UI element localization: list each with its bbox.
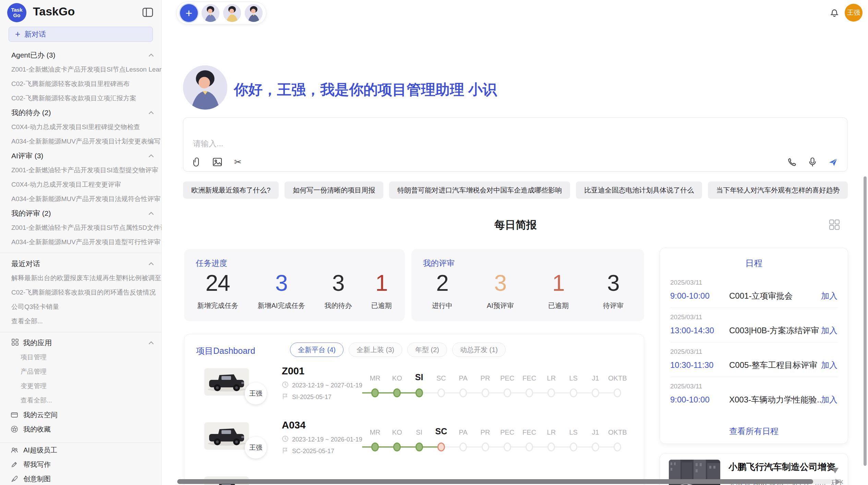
schedule-panel: 日程 2025/03/119:00-10:00C001-立项审批会加入2025/… (660, 248, 848, 444)
user-avatar[interactable]: 王强 (845, 4, 863, 22)
milestone-node-done[interactable] (393, 388, 401, 397)
join-meeting-link[interactable]: 加入 (821, 325, 837, 336)
sidebar-item[interactable]: C02-飞腾新能源轻客改款项目里程碑画布 (0, 77, 161, 91)
milestone-node-pending[interactable] (526, 388, 533, 397)
milestone-node-pending[interactable] (570, 388, 577, 397)
sidebar-item-cloud[interactable]: 我的云空间 (0, 408, 161, 422)
phone-icon[interactable] (787, 157, 797, 167)
paperclip-icon[interactable] (192, 157, 202, 167)
dashboard-tab[interactable]: 动总开发 (1) (452, 343, 506, 357)
news-title: 小鹏飞行汽车制造公司增资 (728, 461, 841, 473)
user-initials: 王强 (847, 8, 860, 17)
suggestion-chip[interactable]: 特朗普可能对进口汽车增税会对中国车企造成哪些影响 (389, 182, 570, 199)
project-row[interactable]: 王强Z0012023-12-19 ~ 2027-01-19SI-2025-05-… (184, 363, 644, 418)
scissors-icon[interactable]: ✂ (233, 157, 243, 167)
section-title: 我的评审 (2) (11, 209, 148, 218)
layout-grid-icon[interactable] (828, 219, 841, 231)
sidebar-item-star[interactable]: 我的收藏 (0, 422, 161, 436)
suggestion-chip[interactable]: 欧洲新规最近颁布了什么? (183, 182, 279, 199)
sidebar-item[interactable]: C0X4-动力总成开发项目SI里程碑提交物检查 (0, 120, 161, 134)
milestone-node-pending[interactable] (482, 443, 489, 451)
milestone-node-pending[interactable] (614, 443, 621, 451)
dashboard-tab[interactable]: 全新上装 (3) (349, 343, 402, 357)
milestone-node-overdue[interactable] (437, 443, 445, 451)
sidebar-item[interactable]: A034-全新新能源MUV产品开发项目法规符合性评审 (0, 192, 161, 206)
scroll-right-arrow-icon[interactable] (835, 479, 841, 485)
view-all-schedule-link[interactable]: 查看所有日程 (660, 426, 848, 437)
sidebar-item-brush[interactable]: 创意制图 (0, 472, 161, 485)
join-meeting-link[interactable]: 加入 (821, 290, 837, 301)
sidebar-item[interactable]: Z001-全新燃油轻卡产品开发项目SI造型提交物评审 (0, 163, 161, 177)
sidebar-item[interactable]: C02-飞腾新能源轻客改款项目的闭环通告反馈情况 (0, 285, 161, 300)
milestone-node-pending[interactable] (526, 443, 533, 451)
panel-collapse-icon[interactable] (142, 8, 153, 17)
milestone-node-done[interactable] (415, 388, 423, 397)
vertical-scrollbar-thumb[interactable] (864, 176, 867, 466)
sidebar-item[interactable]: C0X4-动力总成开发项目工程变更评审 (0, 177, 161, 192)
suggestion-chip[interactable]: 当下年轻人对汽车外观有怎样的喜好趋势 (708, 182, 848, 199)
agent-avatar-3[interactable] (245, 4, 263, 22)
sidebar-section-group-2[interactable]: AI评审 (3) (0, 149, 161, 163)
sidebar-section-group-3[interactable]: 我的评审 (2) (0, 206, 161, 221)
sidebar-item[interactable]: 查看全部... (0, 393, 161, 408)
stat: 3我的待办 (325, 272, 352, 310)
suggestion-chips: 欧洲新规最近颁布了什么?如何写一份清晰的项目周报特朗普可能对进口汽车增税会对中国… (183, 182, 848, 199)
sidebar-item[interactable]: 变更管理 (0, 379, 161, 393)
new-chat-button[interactable]: + 新对话 (9, 27, 153, 42)
milestone-node-pending[interactable] (547, 443, 555, 451)
milestone-node-pending[interactable] (547, 388, 555, 397)
milestone-node-pending[interactable] (592, 443, 599, 451)
scroll-down-arrow-icon[interactable] (832, 468, 839, 473)
sidebar-item[interactable]: 公司Q3轻卡销量 (0, 300, 161, 314)
briefing-title: 每日简报 (183, 218, 848, 232)
sidebar-item[interactable]: A034-全新新能源MUV产品开发项目计划变更表编写 (0, 134, 161, 149)
milestone-node-pending[interactable] (482, 388, 489, 397)
send-icon[interactable] (828, 157, 838, 167)
image-icon[interactable] (212, 157, 222, 167)
milestone-node-pending[interactable] (459, 388, 467, 397)
sidebar-item[interactable]: Z001-全新燃油皮卡产品开发项目SI节点Lesson Learn报告 (0, 62, 161, 77)
sidebar-item[interactable]: A034-全新新能源MUV产品开发项目造型可行性评审 (0, 235, 161, 249)
sidebar-section-group-0[interactable]: Agent已办 (3) (0, 48, 161, 62)
mic-icon[interactable] (807, 157, 818, 167)
milestone-node-pending[interactable] (437, 388, 445, 397)
milestone-node-done[interactable] (393, 443, 401, 451)
horizontal-scrollbar-thumb[interactable] (177, 479, 813, 484)
agent-avatar-2[interactable] (223, 4, 241, 22)
sidebar-section-group-1[interactable]: 我的待办 (2) (0, 105, 161, 120)
milestone-node-done[interactable] (371, 443, 379, 451)
milestone-node-pending[interactable] (459, 443, 467, 451)
sidebar-item-people[interactable]: AI超级员工 (0, 443, 161, 457)
stat-label: 进行中 (432, 301, 453, 310)
suggestion-chip[interactable]: 如何写一份清晰的项目周报 (285, 182, 383, 199)
sidebar-section-recent[interactable]: 最近对话 (0, 257, 161, 271)
bell-icon[interactable] (829, 7, 840, 18)
sidebar-section-my-apps[interactable]: 我的应用 (0, 336, 161, 350)
milestone-node-done[interactable] (415, 443, 423, 451)
sidebar-item[interactable]: C02-飞腾新能源轻客改款项目立项汇报方案 (0, 91, 161, 105)
stat: 2进行中 (432, 272, 453, 310)
suggestion-chip[interactable]: 比亚迪全固态电池计划具体说了什么 (576, 182, 702, 199)
sidebar-item[interactable]: 解释最新出台的欧盟报废车法规再生塑料比例被调至15%... (0, 271, 161, 285)
milestone-node-pending[interactable] (592, 388, 599, 397)
sidebar-item[interactable]: 查看全部... (0, 314, 161, 328)
add-agent-button[interactable]: + (180, 4, 198, 22)
car-image (204, 368, 249, 396)
sidebar-item[interactable]: Z001-全新燃油轻卡产品开发项目SI节点属性5D文件评审 (0, 221, 161, 235)
milestone-node-done[interactable] (371, 388, 379, 397)
sidebar-item[interactable]: 产品管理 (0, 364, 161, 379)
dashboard-tab[interactable]: 全新平台 (4) (290, 343, 343, 357)
milestone-node-pending[interactable] (614, 388, 621, 397)
agent-avatar-1[interactable] (202, 4, 219, 22)
dashboard-tab[interactable]: 年型 (2) (407, 343, 447, 357)
project-dates: 2023-12-19 ~ 2026-01-19 (282, 435, 362, 444)
sidebar-item-pen[interactable]: 帮我写作 (0, 457, 161, 472)
join-meeting-link[interactable]: 加入 (821, 394, 837, 405)
chat-input[interactable] (183, 118, 847, 171)
sidebar-item[interactable]: 项目管理 (0, 350, 161, 364)
milestone-node-pending[interactable] (570, 443, 577, 451)
milestone-node-pending[interactable] (504, 388, 511, 397)
join-meeting-link[interactable]: 加入 (821, 360, 837, 371)
milestone-node-pending[interactable] (504, 443, 511, 451)
project-row[interactable]: 王强A0342023-12-19 ~ 2026-01-19SC-2025-05-… (184, 418, 644, 472)
